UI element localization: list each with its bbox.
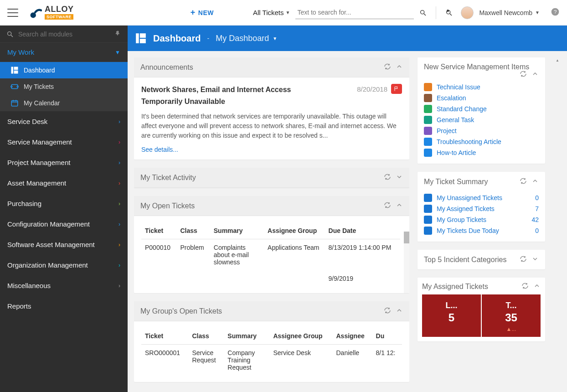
sidebar-section-my-work[interactable]: My Work ▼ <box>0 43 128 62</box>
collapse-button[interactable] <box>396 63 403 72</box>
new-item[interactable]: How-to Article <box>424 147 539 158</box>
svg-line-5 <box>450 14 452 15</box>
summary-link[interactable]: My Assigned Tickets <box>437 205 495 212</box>
sidebar-group-service-management[interactable]: Service Management› <box>0 132 128 152</box>
section-label: My Work <box>7 48 34 56</box>
refresh-button[interactable] <box>384 201 391 210</box>
refresh-button[interactable] <box>384 63 391 72</box>
new-items-card: New Service Management Items Technical I… <box>418 57 545 164</box>
user-menu[interactable]: Maxwell Newcomb ▼ <box>479 9 540 16</box>
collapse-button[interactable] <box>396 307 403 315</box>
summary-item[interactable]: My Tickets Due Today0 <box>424 225 539 236</box>
refresh-button[interactable] <box>520 70 527 79</box>
dashboard-header-icon <box>135 32 147 44</box>
col-class[interactable]: Class <box>189 328 224 345</box>
logo[interactable]: ALLOY SOFTWARE <box>29 6 74 20</box>
collapse-button[interactable] <box>396 201 403 210</box>
col-due-date[interactable]: Due Date <box>325 222 400 239</box>
group-label: Service Desk <box>7 118 47 125</box>
col-assignee[interactable]: Assignee <box>333 328 372 345</box>
table-row[interactable]: SRO000001 Service Request Company Traini… <box>141 345 402 376</box>
sidebar-group-service-desk[interactable]: Service Desk› <box>0 111 128 132</box>
new-button[interactable]: + NEW <box>187 6 217 19</box>
new-item[interactable]: Technical Issue <box>424 82 539 93</box>
refresh-button[interactable] <box>384 173 391 182</box>
refresh-button[interactable] <box>520 177 527 186</box>
scroll-up-icon[interactable]: ▲ <box>554 57 561 63</box>
collapse-button[interactable] <box>531 177 539 186</box>
item-link[interactable]: Standard Change <box>437 105 487 113</box>
summary-item[interactable]: My Unassigned Tickets0 <box>424 192 539 203</box>
user-avatar[interactable] <box>461 6 474 19</box>
search-button[interactable] <box>417 6 429 19</box>
tile-left[interactable]: L... 5 <box>422 294 481 337</box>
col-ticket[interactable]: Ticket <box>141 328 189 345</box>
dashboard-selector[interactable]: My Dashboard ▼ <box>216 34 277 43</box>
new-item[interactable]: Project <box>424 125 539 136</box>
sidebar-item-dashboard[interactable]: Dashboard <box>0 62 128 78</box>
col-assignee-group[interactable]: Assignee Group <box>269 328 332 345</box>
svg-rect-16 <box>11 101 18 106</box>
refresh-button[interactable] <box>384 307 391 315</box>
table-row[interactable]: P000010 Problem Complaints about e-mail … <box>141 239 400 271</box>
col-ticket[interactable]: Ticket <box>141 222 177 239</box>
refresh-button[interactable] <box>521 282 529 291</box>
item-link[interactable]: Technical Issue <box>437 83 480 91</box>
collapse-button[interactable] <box>531 70 539 79</box>
tile-right[interactable]: T... 35 ▲... <box>482 294 541 337</box>
item-link[interactable]: Project <box>437 127 457 134</box>
item-link[interactable]: General Task <box>437 116 474 124</box>
expand-button[interactable] <box>396 173 403 182</box>
announcements-card: Announcements Network Shares, Email and … <box>134 57 409 160</box>
hamburger-menu[interactable] <box>7 9 18 17</box>
sidebar-search-input[interactable] <box>18 31 110 38</box>
sidebar-group-purchasing[interactable]: Purchasing› <box>0 193 128 214</box>
sidebar-group-asset-management[interactable]: Asset Management› <box>0 173 128 193</box>
col-summary[interactable]: Summary <box>210 222 264 239</box>
summary-link[interactable]: My Tickets Due Today <box>437 227 499 234</box>
col-due[interactable]: Du <box>372 328 402 345</box>
sidebar-group-project-management[interactable]: Project Management› <box>0 152 128 173</box>
new-item[interactable]: General Task <box>424 114 539 125</box>
group-label: Organization Management <box>7 261 88 269</box>
item-link[interactable]: Troubleshooting Article <box>437 138 501 145</box>
pin-button[interactable] <box>115 30 121 38</box>
sidebar-group-reports[interactable]: Reports <box>0 296 128 316</box>
item-link[interactable]: Escalation <box>437 94 466 102</box>
new-item[interactable]: Troubleshooting Article <box>424 136 539 147</box>
group-label: Asset Management <box>7 179 66 187</box>
table-row[interactable]: 9/9/2019 <box>141 270 400 287</box>
announcement-body: It's been determined that network servic… <box>141 112 402 140</box>
sidebar-group-software-asset-management[interactable]: Software Asset Management› <box>0 234 128 255</box>
sidebar-item-my-tickets[interactable]: My Tickets <box>0 78 128 95</box>
expand-button[interactable] <box>531 255 539 264</box>
col-class[interactable]: Class <box>177 222 210 239</box>
new-item[interactable]: Escalation <box>424 93 539 103</box>
scrollbar-thumb[interactable] <box>404 232 409 243</box>
global-search-input[interactable] <box>295 6 414 19</box>
help-button[interactable]: ? <box>551 7 560 18</box>
table-scrollbar[interactable] <box>404 232 409 293</box>
sidebar-item-my-calendar[interactable]: My Calendar <box>0 95 128 111</box>
search-filter-select[interactable]: All Tickets ▼ <box>250 7 293 18</box>
summary-item[interactable]: My Group Tickets42 <box>424 214 539 225</box>
content-scrollbar[interactable]: ▲ <box>553 57 561 386</box>
sidebar-group-organization-management[interactable]: Organization Management› <box>0 255 128 275</box>
new-item[interactable]: Standard Change <box>424 103 539 114</box>
item-link[interactable]: How-to Article <box>437 149 476 156</box>
summary-link[interactable]: My Unassigned Tickets <box>437 194 502 201</box>
col-assignee-group[interactable]: Assignee Group <box>264 222 325 239</box>
collapse-button[interactable] <box>533 282 541 291</box>
see-details-link[interactable]: See details... <box>141 146 178 153</box>
summary-item[interactable]: My Assigned Tickets7 <box>424 203 539 214</box>
summary-link[interactable]: My Group Tickets <box>437 216 486 223</box>
refresh-icon <box>520 177 527 185</box>
summary-count: 42 <box>531 216 539 223</box>
chevron-right-icon: › <box>119 262 120 268</box>
col-summary[interactable]: Summary <box>224 328 269 345</box>
sidebar-group-configuration-management[interactable]: Configuration Management› <box>0 214 128 234</box>
tile-indicator: ▲... <box>484 326 539 332</box>
kb-search-button[interactable]: ID <box>443 6 455 19</box>
sidebar-group-miscellaneous[interactable]: Miscellaneous› <box>0 275 128 296</box>
refresh-button[interactable] <box>520 255 527 264</box>
